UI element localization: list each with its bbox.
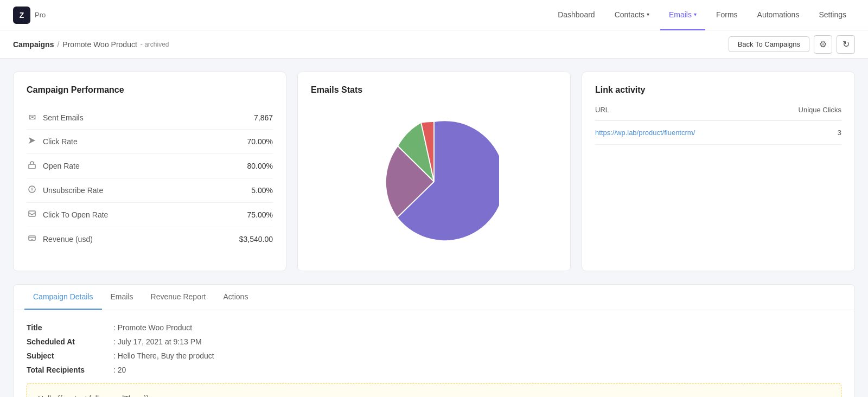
nav-contacts[interactable]: Contacts▾ xyxy=(606,0,658,30)
perf-row-3: Unsubscribe Rate 5.00% xyxy=(27,178,273,203)
pie-chart xyxy=(369,117,499,247)
click-rate-value: 70.00% xyxy=(247,137,273,146)
sent-emails-icon: ✉ xyxy=(27,112,37,123)
perf-row-4: Click To Open Rate 75.00% xyxy=(27,203,273,227)
breadcrumb-root[interactable]: Campaigns xyxy=(13,40,54,49)
settings-button[interactable]: ⚙ xyxy=(814,35,832,54)
breadcrumb-badge: - archived xyxy=(141,41,169,48)
bottom-section: Campaign Details Emails Revenue Report A… xyxy=(13,284,855,397)
cto-rate-label: Click To Open Rate xyxy=(43,210,108,219)
open-rate-icon xyxy=(27,161,37,171)
nav-emails[interactable]: Emails▾ xyxy=(660,0,705,30)
col-clicks: Unique Clicks xyxy=(767,106,841,121)
link-activity-card: Link activity URL Unique Clicks https://… xyxy=(582,72,855,271)
click-rate-label: Click Rate xyxy=(43,137,78,146)
detail-value-recipients: 20 xyxy=(113,366,126,374)
perf-row-0: ✉ Sent Emails 7,867 xyxy=(27,106,273,130)
settings-icon: ⚙ xyxy=(819,39,827,49)
svg-point-4 xyxy=(31,190,33,191)
revenue-icon xyxy=(27,234,37,245)
link-url-0[interactable]: https://wp.lab/product/fluentcrm/ xyxy=(595,129,695,137)
click-rate-icon xyxy=(27,136,37,147)
breadcrumb-separator: / xyxy=(57,40,59,49)
tab-emails[interactable]: Emails xyxy=(102,285,142,310)
svg-rect-1 xyxy=(29,164,35,169)
cto-rate-icon xyxy=(27,209,37,220)
emails-stats-card: Emails Stats xyxy=(297,72,571,271)
detail-label-subject: Subject xyxy=(27,351,113,360)
tabs-bar: Campaign Details Emails Revenue Report A… xyxy=(14,285,854,310)
unsub-rate-icon xyxy=(27,185,37,196)
tab-content: Title Promote Woo Product Scheduled At J… xyxy=(14,310,854,397)
sent-emails-label: Sent Emails xyxy=(43,113,84,122)
nav-forms[interactable]: Forms xyxy=(707,0,746,30)
tab-revenue-report[interactable]: Revenue Report xyxy=(142,285,215,310)
open-rate-label: Open Rate xyxy=(43,162,80,170)
breadcrumb: Campaigns / Promote Woo Product - archiv… xyxy=(13,40,169,49)
detail-row-subject: Subject Hello There, Buy the product xyxy=(27,351,841,360)
open-rate-value: 80.00% xyxy=(247,162,273,170)
top-nav: Z Pro Dashboard Contacts▾ Emails▾ Forms … xyxy=(0,0,868,30)
chevron-down-icon: ▾ xyxy=(694,11,697,17)
detail-label-scheduled: Scheduled At xyxy=(27,337,113,346)
unsub-rate-value: 5.00% xyxy=(251,186,273,195)
campaign-performance-card: Campaign Performance ✉ Sent Emails 7,867… xyxy=(13,72,286,271)
perf-row-1: Click Rate 70.00% xyxy=(27,130,273,154)
col-url: URL xyxy=(595,106,767,121)
chevron-down-icon: ▾ xyxy=(647,11,649,17)
detail-row-scheduled: Scheduled At July 17, 2021 at 9:13 PM xyxy=(27,337,841,346)
revenue-label: Revenue (usd) xyxy=(43,235,93,244)
logo-icon: Z xyxy=(13,7,30,24)
nav-automations[interactable]: Automations xyxy=(749,0,808,30)
link-activity-table: URL Unique Clicks https://wp.lab/product… xyxy=(595,106,841,145)
logo-pro-label: Pro xyxy=(35,11,46,19)
breadcrumb-actions: Back To Campaigns ⚙ ↻ xyxy=(729,35,855,54)
unsub-rate-label: Unsubscribe Rate xyxy=(43,186,103,195)
emails-stats-title: Emails Stats xyxy=(311,85,557,95)
detail-row-title: Title Promote Woo Product xyxy=(27,323,841,332)
link-clicks-0: 3 xyxy=(767,121,841,145)
link-activity-title: Link activity xyxy=(595,85,841,95)
email-body-preview: Hello {{contact.full_name|There}}, xyxy=(27,383,841,397)
main-content: Campaign Performance ✉ Sent Emails 7,867… xyxy=(0,59,868,397)
perf-row-5: Revenue (usd) $3,540.00 xyxy=(27,227,273,251)
refresh-button[interactable]: ↻ xyxy=(837,35,855,54)
nav-settings[interactable]: Settings xyxy=(810,0,855,30)
revenue-value: $3,540.00 xyxy=(239,235,273,244)
detail-label-title: Title xyxy=(27,323,113,332)
sent-emails-value: 7,867 xyxy=(254,113,273,122)
back-to-campaigns-button[interactable]: Back To Campaigns xyxy=(729,36,809,52)
detail-label-recipients: Total Recipients xyxy=(27,366,113,374)
detail-value-subject: Hello There, Buy the product xyxy=(113,351,214,360)
breadcrumb-page: Promote Woo Product xyxy=(62,40,137,49)
svg-point-8 xyxy=(31,239,33,240)
svg-marker-0 xyxy=(29,137,35,144)
link-row-0: https://wp.lab/product/fluentcrm/ 3 xyxy=(595,121,841,145)
perf-row-2: Open Rate 80.00% xyxy=(27,154,273,178)
detail-value-scheduled: July 17, 2021 at 9:13 PM xyxy=(113,337,202,346)
cards-row: Campaign Performance ✉ Sent Emails 7,867… xyxy=(13,72,855,271)
tab-actions[interactable]: Actions xyxy=(214,285,257,310)
nav-items: Dashboard Contacts▾ Emails▾ Forms Automa… xyxy=(549,0,855,30)
campaign-performance-title: Campaign Performance xyxy=(27,85,273,95)
tab-campaign-details[interactable]: Campaign Details xyxy=(24,285,102,310)
detail-row-recipients: Total Recipients 20 xyxy=(27,366,841,374)
detail-value-title: Promote Woo Product xyxy=(113,323,192,332)
logo-area: Z Pro xyxy=(13,7,46,24)
breadcrumb-bar: Campaigns / Promote Woo Product - archiv… xyxy=(0,30,868,59)
cto-rate-value: 75.00% xyxy=(247,210,273,219)
refresh-icon: ↻ xyxy=(843,39,850,49)
pie-chart-container xyxy=(311,106,557,258)
nav-dashboard[interactable]: Dashboard xyxy=(549,0,604,30)
